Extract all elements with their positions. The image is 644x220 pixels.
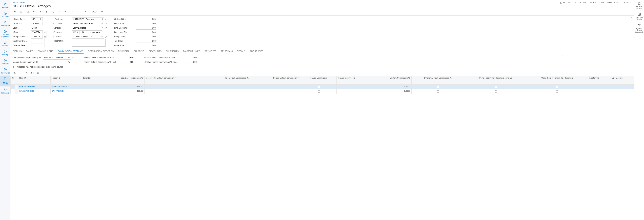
cell-diff_def[interactable] [412,85,464,89]
customer-edit-icon[interactable] [104,18,108,21]
back-button[interactable] [12,9,18,14]
nav-receivables[interactable]: Receivables [0,66,10,76]
activities-action[interactable]: ACTIVITIES [574,1,586,4]
cell-role_id-link[interactable]: LEADACTIVATOR [19,85,35,87]
col-custom-commission-[interactable]: Custom Commission % [372,76,412,85]
external-ref-input[interactable] [31,44,45,47]
cell-person_id-link[interactable]: FORD PREFECT [52,85,67,87]
cell-doc_base[interactable]: 100.00 [100,85,144,89]
cell-tiers_person-checkbox[interactable] [556,86,558,88]
cell-diff_def-checkbox[interactable] [437,86,439,88]
grid-delete-button[interactable] [24,71,29,75]
delete-button[interactable] [44,9,50,14]
map-id-lookup-icon[interactable] [68,56,71,59]
project-input[interactable] [72,35,104,39]
col-line-nbr-[interactable]: Line Nbr. [82,76,100,85]
col-using-tiers-in-person-role-incentive[interactable]: Using Tiers In Person-Role-Incentive [527,76,587,85]
copy-dropdown[interactable] [57,9,62,14]
cell-inc_def[interactable] [144,89,203,94]
cell-diff_def-checkbox[interactable] [437,91,439,93]
customer-ord-input[interactable] [31,39,45,43]
collapse-summary-icon[interactable] [630,16,632,19]
nav-purchases[interactable]: Purchases [0,86,10,96]
rail-invoices-memos[interactable]: Invoices and Memos [634,1,644,9]
cell-tiers_role-checkbox[interactable] [495,91,497,93]
collapse-subform-icon[interactable] [561,55,564,58]
cell-person_id[interactable]: FORD PREFECT [50,85,82,89]
tab-discounts[interactable]: DISCOUNTS [149,48,162,54]
currency-rate-dropdown-icon[interactable] [85,31,88,34]
nav-favorites[interactable]: Favorites [0,1,10,10]
tab-relations[interactable]: RELATIONS [220,48,233,54]
undo-button[interactable] [31,9,37,14]
rail-customer-details[interactable]: Customer Details [634,12,644,20]
nav-finance[interactable]: Finance [0,39,10,48]
col-person-id[interactable]: Person ID [50,76,82,85]
col-doc-base-participation-[interactable]: Doc. Base Participation % [100,76,144,85]
cell-role_id[interactable]: LEADACTIVATOR [18,85,50,89]
cell-line_nbr[interactable] [82,89,100,94]
tab-totals[interactable]: TOTALS [237,48,245,54]
col-using-tiers-in-role-incentive-template[interactable]: Using Tiers In Role-Incentive Template [464,76,527,85]
col-role-default-commission-[interactable]: Role Default Commission % [203,76,250,85]
currency-lookup-icon[interactable] [76,31,79,34]
cell-tiers_role[interactable] [464,89,527,94]
prev-record-button[interactable] [70,9,75,14]
col-line-descrip[interactable]: Line Descrip [610,76,634,85]
cell-role_def[interactable] [203,85,250,89]
cell-role_id[interactable]: SALESPERSON [18,89,50,94]
requested-on-input[interactable] [31,35,43,39]
cell-person_id-link[interactable]: JAY PARKER [52,90,64,92]
cell-manual_inc[interactable] [336,85,372,89]
tab-shipping[interactable]: SHIPPING [134,48,144,54]
requested-on-calendar-icon[interactable] [43,35,47,38]
cell-role_id-link[interactable]: SALESPERSON [19,90,34,92]
copy-button[interactable] [50,9,56,14]
col-inventory-id[interactable]: Inventory ID [587,76,610,85]
nav-banking[interactable]: Banking [0,48,10,57]
nav-commissions[interactable]: Commissions [0,19,10,28]
add-button[interactable] [38,9,43,14]
row-selector[interactable] [15,85,18,89]
tab-shipments[interactable]: SHIPMENTS [166,48,179,54]
location-edit-icon[interactable] [104,22,108,25]
manual-incentive-input[interactable] [43,60,71,64]
cell-manual_inc[interactable] [336,89,372,94]
map-id-edit-icon[interactable] [71,56,74,59]
last-record-button[interactable] [82,9,88,14]
cell-tiers_person-checkbox[interactable] [556,91,558,93]
view-base-button[interactable]: VIEW BASE [89,31,102,34]
location-lookup-icon[interactable] [101,22,104,25]
cell-line_desc[interactable] [610,89,634,94]
customization-action[interactable]: CUSTOMIZATION [600,1,618,4]
first-record-button[interactable] [63,9,69,14]
grid-export-button[interactable] [36,71,41,75]
cell-tiers_role-checkbox[interactable] [495,86,497,88]
cell-manual_comm-checkbox[interactable] [318,86,320,88]
map-id-input[interactable] [43,56,71,60]
cell-custom_pct[interactable]: 0.0000 [372,85,412,89]
col-manual-incentive-id[interactable]: Manual Incentive ID [336,76,372,85]
cell-inventory[interactable] [587,89,610,94]
files-action[interactable]: FILES [590,1,596,4]
customer-lookup-icon[interactable] [101,18,104,21]
date-input[interactable] [31,31,43,34]
cell-line_desc[interactable] [610,85,634,89]
description-input[interactable] [72,39,106,47]
row-expand-icon[interactable]: > [10,85,15,89]
cell-person_def[interactable] [250,89,301,94]
cell-manual_comm[interactable] [301,89,336,94]
table-row[interactable]: >LEADACTIVATORFORD PREFECT100.000.0000 [10,85,634,89]
cell-doc_base[interactable]: 100.00 [100,89,144,94]
cell-person_def[interactable] [250,85,301,89]
col-incentive-for-default-commission-[interactable]: Incentive for Default Commission % [144,76,203,85]
cell-line_nbr[interactable] [82,85,100,89]
nav-sales-orders[interactable]: Sales Orders [0,76,10,86]
row-selector[interactable] [15,89,18,94]
col-different-default-commission-[interactable]: Different Default Commission % [412,76,464,85]
breadcrumb[interactable]: Sales Orders [13,1,560,4]
project-edit-icon[interactable] [104,35,108,38]
tab-payments[interactable]: PAYMENTS [204,48,216,54]
contact-input[interactable] [72,26,104,30]
date-calendar-icon[interactable] [43,31,47,34]
